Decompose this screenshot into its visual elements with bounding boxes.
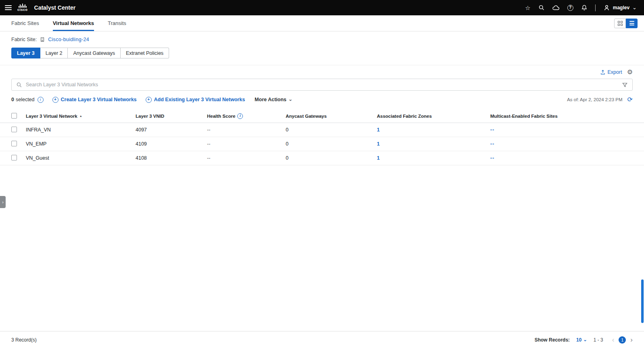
app-header: cisco Catalyst Center ☆ ?: [0, 0, 644, 15]
view-toggle-group: [614, 19, 638, 28]
selected-label: selected: [16, 97, 35, 102]
plus-circle-icon: +: [146, 97, 152, 103]
cloud-icon[interactable]: [552, 5, 560, 10]
table-row: INFRA_VN 4097 -- 0 1 --: [0, 123, 644, 137]
more-actions-dropdown[interactable]: More Actions ⌄: [255, 97, 293, 102]
plus-circle-icon: +: [52, 97, 59, 103]
selected-count: 0: [11, 97, 14, 102]
create-l3-vn-label: Create Layer 3 Virtual Networks: [61, 97, 137, 102]
username: maglev: [613, 5, 629, 10]
menu-icon[interactable]: [5, 5, 12, 10]
page-size-select[interactable]: 10 ⌄: [576, 337, 587, 343]
record-range: 1 - 3: [594, 337, 603, 343]
vn-multicast-sites[interactable]: --: [490, 127, 644, 133]
table-header-row: Layer 3 Virtual Network ▲ Layer 3 VNID H…: [0, 109, 644, 123]
vn-name: VN_Guest: [26, 155, 136, 161]
vn-health-score: --: [207, 141, 286, 147]
page-number-button[interactable]: 1: [619, 336, 626, 344]
fabric-site-link[interactable]: Cisco-buidling-24: [48, 37, 89, 42]
segment-extranet-policies[interactable]: Extranet Policies: [121, 48, 169, 58]
show-records-label: Show Records:: [535, 337, 570, 343]
cisco-brand-text: cisco: [17, 8, 28, 12]
segment-anycast-gateways[interactable]: Anycast Gateways: [68, 48, 121, 58]
table-row: VN_EMP 4109 -- 0 1 --: [0, 137, 644, 151]
tab-transits[interactable]: Transits: [108, 15, 126, 31]
sort-asc-icon: ▲: [79, 115, 82, 117]
cisco-logo: cisco: [17, 4, 28, 12]
vn-anycast-gateways: 0: [286, 141, 377, 147]
vn-fabric-zones-link[interactable]: 1: [377, 155, 490, 161]
col-header-health-score[interactable]: Health Score i: [207, 113, 286, 119]
vn-fabric-zones-link[interactable]: 1: [377, 127, 490, 133]
vn-vnid: 4109: [136, 141, 207, 147]
side-panel-expand-handle[interactable]: ›: [0, 196, 6, 208]
row-checkbox[interactable]: [11, 127, 17, 132]
as-of-timestamp: As of: Apr 2, 2024 2:23 PM: [567, 97, 622, 102]
more-actions-label: More Actions: [255, 97, 286, 102]
grid-view-icon: [618, 21, 623, 26]
export-button[interactable]: Export: [600, 69, 622, 75]
search-icon: [16, 82, 22, 88]
vertical-scrollbar[interactable]: [641, 279, 644, 323]
selected-info-icon[interactable]: i: [38, 97, 44, 103]
export-label: Export: [608, 69, 622, 75]
list-view-icon: [629, 21, 634, 25]
vn-vnid: 4097: [136, 127, 207, 133]
pagination: ‹ 1 ›: [612, 336, 633, 344]
segment-layer2[interactable]: Layer 2: [40, 48, 68, 58]
row-checkbox[interactable]: [11, 141, 17, 146]
add-existing-l3-vn-button[interactable]: + Add Existing Layer 3 Virtual Networks: [146, 97, 245, 103]
search-icon[interactable]: [538, 4, 545, 11]
col-header-fabric-zones[interactable]: Associated Fabric Zones: [377, 114, 490, 119]
vn-vnid: 4108: [136, 155, 207, 161]
col-header-vnid[interactable]: Layer 3 VNID: [136, 114, 207, 119]
star-icon[interactable]: ☆: [525, 5, 530, 11]
header-divider: [595, 4, 596, 11]
gear-icon[interactable]: ⚙: [627, 69, 633, 75]
grid-view-button[interactable]: [614, 19, 626, 28]
chevron-down-icon: ⌄: [583, 338, 587, 341]
add-existing-l3-vn-label: Add Existing Layer 3 Virtual Networks: [154, 97, 245, 102]
fabric-site-section: Fabric Site: Cisco-buidling-24 Layer 3 L…: [0, 31, 644, 65]
help-icon[interactable]: ?: [567, 5, 573, 11]
list-view-button[interactable]: [626, 19, 638, 28]
table-action-bar: 0 selected i + Create Layer 3 Virtual Ne…: [0, 91, 644, 107]
tab-fabric-sites[interactable]: Fabric Sites: [11, 15, 39, 31]
prev-page-button[interactable]: ‹: [612, 336, 615, 343]
export-icon: [600, 69, 606, 75]
col-header-virtual-network[interactable]: Layer 3 Virtual Network ▲: [26, 114, 136, 119]
chevron-down-icon: ⌄: [289, 98, 293, 101]
info-icon[interactable]: i: [237, 113, 243, 119]
search-input[interactable]: [26, 82, 618, 88]
layer-segment-group: Layer 3 Layer 2 Anycast Gateways Extrane…: [11, 48, 633, 58]
bell-icon[interactable]: [581, 4, 588, 11]
segment-layer3[interactable]: Layer 3: [11, 48, 40, 58]
tab-virtual-networks[interactable]: Virtual Networks: [53, 15, 94, 31]
refresh-icon[interactable]: ⟳: [627, 96, 633, 103]
create-l3-vn-button[interactable]: + Create Layer 3 Virtual Networks: [52, 97, 137, 103]
building-icon: [40, 37, 45, 42]
vn-health-score: --: [207, 127, 286, 133]
page-tabbar: Fabric Sites Virtual Networks Transits: [0, 15, 644, 31]
chevron-down-icon: ⌄: [632, 6, 637, 9]
next-page-button[interactable]: ›: [630, 336, 633, 343]
vn-name: INFRA_VN: [26, 127, 136, 133]
vn-anycast-gateways: 0: [286, 127, 377, 133]
table-row: VN_Guest 4108 -- 0 1 --: [0, 151, 644, 165]
table-footer: 3 Record(s) Show Records: 10 ⌄ 1 - 3 ‹ 1…: [0, 331, 644, 348]
col-header-multicast-sites[interactable]: Multicast-Enabled Fabric Sites: [490, 114, 644, 119]
vn-name: VN_EMP: [26, 141, 136, 147]
vn-multicast-sites[interactable]: --: [490, 155, 644, 161]
vn-anycast-gateways: 0: [286, 155, 377, 161]
search-bar: [11, 79, 633, 91]
select-all-checkbox[interactable]: [11, 113, 17, 119]
filter-icon[interactable]: [622, 82, 628, 88]
vn-multicast-sites[interactable]: --: [490, 141, 644, 147]
user-icon: [603, 4, 610, 11]
col-header-anycast-gateways[interactable]: Anycast Gateways: [286, 114, 377, 119]
record-count: 3 Record(s): [11, 337, 37, 343]
app-title: Catalyst Center: [34, 4, 76, 11]
row-checkbox[interactable]: [11, 155, 17, 160]
user-menu[interactable]: maglev ⌄: [603, 4, 637, 11]
vn-fabric-zones-link[interactable]: 1: [377, 141, 490, 147]
